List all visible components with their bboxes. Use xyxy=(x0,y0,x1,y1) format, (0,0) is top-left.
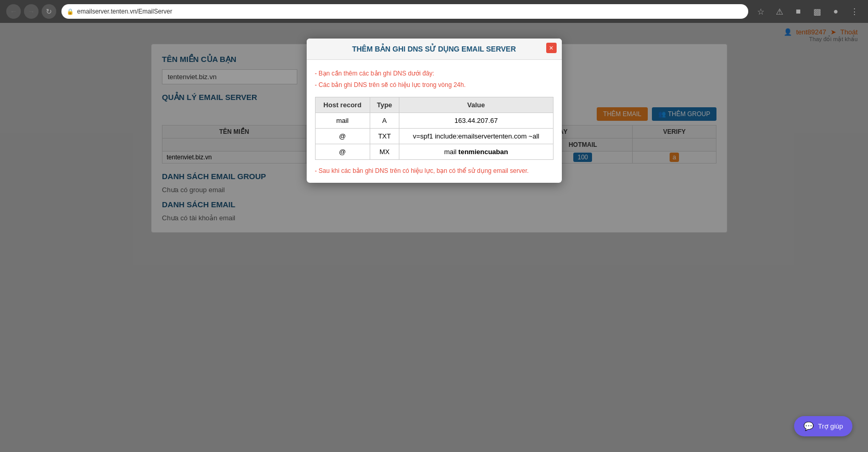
modal-note-1: - Bạn cần thêm các bản ghi DNS dưới đây: xyxy=(315,68,553,80)
dns-row1-value: 163.44.207.67 xyxy=(399,113,553,129)
dns-col-value: Value xyxy=(399,97,553,113)
dns-modal: × THÊM BẢN GHI DNS SỬ DỤNG EMAIL SERVER … xyxy=(307,39,562,183)
modal-footer-note: - Sau khi các bản ghi DNS trên có hiệu l… xyxy=(315,167,553,174)
dns-row3-value-prefix: mail xyxy=(444,148,458,156)
profile-icon[interactable]: ● xyxy=(828,4,843,19)
modal-header: THÊM BẢN GHI DNS SỬ DỤNG EMAIL SERVER xyxy=(307,39,562,60)
dns-col-host: Host record xyxy=(315,97,370,113)
dns-row-2: @ TXT v=spf1 include:emailservertenten.c… xyxy=(315,129,553,144)
dns-row1-host: mail xyxy=(315,113,370,129)
dns-row3-value: mail tenmiencuaban xyxy=(399,144,553,160)
back-button[interactable]: ← xyxy=(6,4,21,19)
secure-icon: 🔒 xyxy=(67,8,74,15)
dns-row-1: mail A 163.44.207.67 xyxy=(315,113,553,129)
dns-row3-value-bold: tenmiencuaban xyxy=(458,148,508,156)
browser-chrome: ← → ↻ 🔒 emailserver.tenten.vn/EmailServe… xyxy=(0,0,868,23)
modal-overlay: × THÊM BẢN GHI DNS SỬ DỤNG EMAIL SERVER … xyxy=(0,23,868,452)
dns-row2-type: TXT xyxy=(370,129,399,144)
modal-close-button[interactable]: × xyxy=(546,43,557,53)
dns-row2-value: v=spf1 include:emailservertenten.com ~al… xyxy=(399,129,553,144)
menu-icon[interactable]: ⋮ xyxy=(847,4,862,19)
modal-note-2: - Các bản ghi DNS trên sẽ có hiệu lực tr… xyxy=(315,80,553,91)
support-label: Trợ giúp xyxy=(818,422,843,430)
support-chat-icon: 💬 xyxy=(803,421,814,431)
support-button[interactable]: 💬 Trợ giúp xyxy=(794,416,852,436)
dns-row3-type: MX xyxy=(370,144,399,160)
extensions-icon[interactable]: ■ xyxy=(791,4,806,19)
cast-icon[interactable]: ▩ xyxy=(810,4,824,19)
dns-col-type: Type xyxy=(370,97,399,113)
url-bar[interactable]: 🔒 emailserver.tenten.vn/EmailServer xyxy=(61,4,748,19)
dns-records-table: Host record Type Value mail A 163.44.207… xyxy=(315,97,553,160)
browser-action-buttons: ☆ ⚠ ■ ▩ ● ⋮ xyxy=(753,4,862,19)
dns-row1-type: A xyxy=(370,113,399,129)
forward-button[interactable]: → xyxy=(24,4,39,19)
nav-buttons: ← → ↻ xyxy=(6,4,56,19)
dns-row2-host: @ xyxy=(315,129,370,144)
dns-row-3: @ MX mail tenmiencuaban xyxy=(315,144,553,160)
modal-body: - Bạn cần thêm các bản ghi DNS dưới đây:… xyxy=(307,60,562,183)
modal-title: THÊM BẢN GHI DNS SỬ DỤNG EMAIL SERVER xyxy=(315,45,553,53)
bookmark-icon[interactable]: ☆ xyxy=(753,4,768,19)
alert-icon[interactable]: ⚠ xyxy=(772,4,787,19)
dns-row3-host: @ xyxy=(315,144,370,160)
page-background: 👤 tent89247 ➤ Thoát Thay đổi mật khẩu TÊ… xyxy=(0,23,868,452)
modal-notes: - Bạn cần thêm các bản ghi DNS dưới đây:… xyxy=(315,68,553,91)
refresh-button[interactable]: ↻ xyxy=(42,4,56,19)
url-text: emailserver.tenten.vn/EmailServer xyxy=(77,8,172,15)
